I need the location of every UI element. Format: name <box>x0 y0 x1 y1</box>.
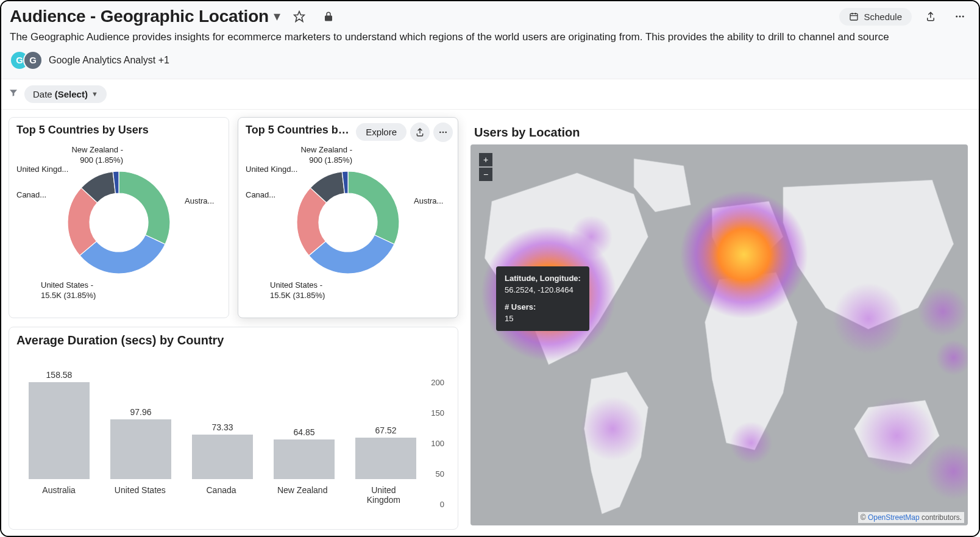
title-row: Audience - Geographic Location ▾ Schedul… <box>10 6 970 27</box>
bar[interactable] <box>192 435 253 479</box>
svg-point-6 <box>442 132 444 133</box>
bar[interactable] <box>355 438 416 479</box>
svg-point-7 <box>445 132 447 133</box>
donut-label-ca: Canad... <box>246 190 288 201</box>
donut-label-uk: United Kingd... <box>16 165 77 175</box>
bar-col: 158.58 <box>29 370 90 479</box>
bar-value-label: 67.52 <box>375 425 396 435</box>
donut-label-nz: New Zealand - 900 (1.85%) <box>62 145 123 166</box>
chevron-down-icon: ▼ <box>91 90 98 98</box>
world-map-svg <box>470 144 968 525</box>
map-canvas[interactable]: + − Latitude, Longitude: 56.2524, -120.8… <box>470 144 968 525</box>
donut-label-au: Austra... <box>414 196 450 207</box>
donut-label-ca: Canad... <box>16 190 59 201</box>
card-top5-users-2[interactable]: Top 5 Countries by ... Explore New Zeala… <box>238 117 458 318</box>
owners-label: Google Analytics Analyst +1 <box>49 55 169 66</box>
date-filter-label: Date <box>33 89 52 99</box>
svg-point-16 <box>936 340 968 375</box>
card-title: Top 5 Countries by ... <box>246 124 349 137</box>
bar-category-label: New Zealand <box>277 485 328 495</box>
lock-icon[interactable] <box>318 6 339 27</box>
donut-label-us: United States - 15.5K (31.85%) <box>270 280 349 301</box>
header: Audience - Geographic Location ▾ Schedul… <box>1 1 979 79</box>
card-title: Average Duration (secs) by Country <box>16 333 450 347</box>
owners-row: G G Google Analytics Analyst +1 <box>10 51 970 70</box>
page-title: Audience - Geographic Location <box>10 7 269 26</box>
avatar: G <box>23 51 43 70</box>
bar-category-label: Australia <box>42 485 75 495</box>
donut-chart: New Zealand - 900 (1.85%) United Kingd..… <box>16 140 221 305</box>
tooltip-coords-label: Latitude, Longitude: <box>505 272 581 285</box>
y-tick-label: 0 <box>440 500 444 509</box>
title-dropdown-icon[interactable]: ▾ <box>274 9 280 24</box>
bar-col: 64.85 <box>274 427 335 479</box>
card-users-by-location[interactable]: Users by Location <box>467 117 971 530</box>
date-filter-chip[interactable]: Date (Select) ▼ <box>24 85 107 103</box>
svg-point-15 <box>570 216 612 258</box>
bar-category-label: Canada <box>206 485 236 495</box>
svg-point-2 <box>956 16 957 18</box>
osm-link[interactable]: OpenStreetMap <box>868 513 920 522</box>
schedule-label: Schedule <box>864 12 902 22</box>
map-attribution: © OpenStreetMap contributors. <box>858 512 964 523</box>
card-avg-duration[interactable]: Average Duration (secs) by Country 158.5… <box>9 327 458 530</box>
bar-value-label: 73.33 <box>211 422 233 432</box>
bar-value-label: 158.58 <box>46 370 73 380</box>
bar-categories: AustraliaUnited StatesCanadaNew ZealandU… <box>23 479 420 505</box>
card-title: Top 5 Countries by Users <box>16 124 221 137</box>
tile-grid: Top 5 Countries by Users New Zealand - 9… <box>1 110 979 537</box>
svg-point-12 <box>833 283 904 354</box>
zoom-out-button[interactable]: − <box>479 168 492 181</box>
schedule-button[interactable]: Schedule <box>839 8 912 26</box>
date-filter-value: (Select) <box>55 89 88 99</box>
donut-label-au: Austra... <box>185 196 221 207</box>
donut-label-us: United States - 15.5K (31.85%) <box>41 280 120 301</box>
svg-point-11 <box>581 397 645 461</box>
bar-value-label: 64.85 <box>293 427 314 437</box>
svg-point-5 <box>439 132 441 133</box>
bar-col: 97.96 <box>110 407 171 479</box>
card-top5-users-1[interactable]: Top 5 Countries by Users New Zealand - 9… <box>9 117 229 318</box>
zoom-in-button[interactable]: + <box>479 153 492 166</box>
card-more-icon[interactable] <box>433 123 453 142</box>
tooltip-users-label: # Users: <box>505 301 581 313</box>
donut-chart: New Zealand - 900 (1.85%) United Kingd..… <box>246 140 450 305</box>
filter-bar: Date (Select) ▼ <box>1 79 979 110</box>
bar-category-label: United Kingdom <box>353 485 414 505</box>
star-icon[interactable] <box>289 6 310 27</box>
svg-point-13 <box>918 286 968 336</box>
tooltip-users-value: 15 <box>505 313 581 325</box>
more-icon[interactable] <box>950 6 970 27</box>
svg-point-14 <box>730 422 772 464</box>
filter-icon[interactable] <box>9 88 18 100</box>
card-share-icon[interactable] <box>410 123 430 142</box>
card-actions: Explore <box>356 123 453 142</box>
bar[interactable] <box>274 439 335 479</box>
share-icon[interactable] <box>920 6 941 27</box>
y-tick-label: 100 <box>431 439 444 448</box>
bar-chart: 158.5897.9673.3364.8567.52 AustraliaUnit… <box>16 351 450 522</box>
bar-group: 158.5897.9673.3364.8567.52 <box>23 357 420 479</box>
app-root: Audience - Geographic Location ▾ Schedul… <box>0 0 980 537</box>
bar[interactable] <box>29 382 90 479</box>
page-subtitle: The Geographic Audience provides insight… <box>10 30 970 44</box>
donut-label-uk: United Kingd... <box>246 165 307 175</box>
svg-point-3 <box>959 16 961 18</box>
svg-point-4 <box>962 16 964 18</box>
y-tick-label: 50 <box>436 469 444 478</box>
svg-marker-0 <box>294 12 305 22</box>
avatar-stack[interactable]: G G <box>10 51 43 70</box>
bar[interactable] <box>110 419 171 479</box>
bar-category-label: United States <box>115 485 166 495</box>
tooltip-coords-value: 56.2524, -120.8464 <box>505 284 581 296</box>
bar-col: 73.33 <box>192 422 253 479</box>
bar-col: 67.52 <box>355 425 416 479</box>
svg-point-9 <box>680 191 808 319</box>
map-tooltip: Latitude, Longitude: 56.2524, -120.8464 … <box>496 266 589 331</box>
bar-value-label: 97.96 <box>130 407 151 417</box>
svg-rect-1 <box>850 13 857 20</box>
donut-label-nz: New Zealand - 900 (1.85%) <box>291 145 352 166</box>
y-tick-label: 150 <box>431 408 444 418</box>
explore-button[interactable]: Explore <box>356 123 407 141</box>
svg-point-10 <box>857 397 936 475</box>
